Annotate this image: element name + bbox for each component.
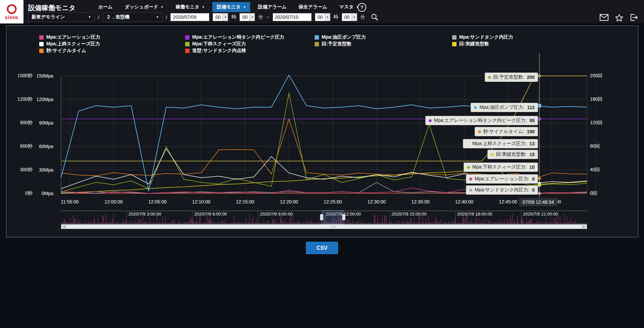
chevron-down-icon: ▼ [88, 15, 91, 19]
nav-item-dashboard[interactable]: ダッシュボード▼ [120, 2, 168, 12]
date-to-input[interactable] [273, 13, 312, 21]
navigator-time-label: 2020/7/9 15:00:00 [391, 212, 427, 217]
hour-to-value: 00 [318, 14, 323, 20]
y-axis-seconds-label: 900秒 [9, 120, 33, 126]
topbar: sinto 設備稼働モニタ ホームダッシュボード▼稼働モニタ▼設備モニタ▼設備ア… [0, 0, 644, 24]
tooltip-label: 回:実績造型数: [496, 151, 527, 157]
csv-button[interactable]: CSV [306, 242, 338, 254]
y-axis-mpa-label: 30Mpa [35, 167, 53, 173]
x-axis-tick-label: 12:25:00 [324, 199, 342, 204]
chart-tooltip: Mpa:エアレーション時タンク内ピーク圧力:95 [425, 116, 538, 125]
series-dot [478, 130, 481, 133]
nav-item-label: 稼働モニタ [176, 4, 200, 10]
range-separator: ~ [266, 14, 269, 20]
hour-from-select[interactable]: 00 ▼ [213, 13, 228, 21]
legend-item[interactable]: Mpa:エアレーション時タンク内ピーク圧力 [185, 35, 284, 40]
chart-tooltip: 秒:サイクルタイム:190 [475, 127, 538, 136]
tooltip-value: 190 [527, 129, 535, 134]
scroll-left-arrow[interactable]: ◄ [61, 225, 67, 229]
legend-swatch [315, 42, 319, 46]
sinto-logo-mark [6, 4, 17, 14]
nav-item-maintenance-alarm[interactable]: 保全アラーム [294, 2, 331, 12]
tooltip-label: 回:予定造型数: [493, 74, 524, 80]
nav-item-equipment-monitor[interactable]: 設備モニタ▼ [212, 2, 250, 12]
hour-label: 時 [334, 14, 338, 20]
tooltip-value: 112 [527, 105, 535, 110]
series-dot [474, 106, 477, 109]
legend-swatch [452, 35, 457, 40]
scroll-right-arrow[interactable]: ► [581, 225, 587, 229]
line-select[interactable]: 新東デモライン ▼ [28, 12, 95, 22]
page-title: 設備稼働モニタ [28, 3, 75, 12]
chevron-down-icon: ▼ [325, 13, 330, 21]
legend-swatch [452, 42, 457, 46]
nav-item-equipment-alarm[interactable]: 設備アラーム [254, 2, 291, 12]
legend-swatch [185, 42, 190, 46]
tooltip-value: 0 [532, 187, 535, 193]
legend-item[interactable]: Mpa:エアレーション圧力 [39, 35, 100, 40]
legend-label: 回:予定造型数 [322, 41, 352, 47]
selection-left-handle[interactable] [320, 214, 323, 221]
sinto-logo[interactable]: sinto [0, 0, 23, 24]
y-axis-seconds-label: 0秒 [9, 190, 33, 196]
hour-to-select[interactable]: 00 ▼ [315, 13, 330, 21]
legend-label: Mpa:下枠スクィーズ圧力 [192, 41, 246, 47]
navigator-selection[interactable] [321, 210, 344, 224]
search-button[interactable] [371, 13, 379, 21]
help-icon[interactable]: ? [358, 3, 366, 12]
series-dot [469, 189, 472, 192]
minute-from-select[interactable]: 00 ▼ [239, 13, 255, 21]
nav-item-home[interactable]: ホーム [94, 2, 117, 12]
minute-to-select[interactable]: 00 ▼ [342, 13, 357, 21]
legend-item[interactable]: 造型:サンドタンク内点検 [185, 48, 284, 53]
series-dot [488, 76, 491, 79]
machine-select[interactable]: ２．造型機 ▼ [103, 12, 162, 22]
nav-item-operation-monitor[interactable]: 稼働モニタ▼ [171, 2, 209, 12]
y-axis-count-label: 0回 [590, 190, 610, 196]
scrollbar-grip [331, 226, 336, 228]
date-from-input[interactable] [170, 13, 209, 21]
chevron-down-icon: ▼ [202, 6, 205, 9]
legend-item[interactable]: Mpa:油圧ポンプ圧力 [315, 35, 366, 40]
legend-item[interactable]: 秒:サイクルタイム [39, 48, 100, 53]
legend-label: Mpa:上枠スクィーズ圧力 [46, 41, 100, 47]
tooltip-value: 15 [529, 152, 535, 157]
y-axis-mpa-label: 60Mpa [35, 144, 53, 149]
minute-from-value: 00 [242, 14, 248, 20]
x-axis-tick-label: 11:55:00 [61, 199, 78, 204]
tooltip-label: Mpa:エアレーション時タンク内ピーク圧力: [434, 118, 527, 124]
y-axis-count-label: 120回 [590, 120, 610, 126]
navigator-scrollbar[interactable]: ◄ ► [61, 224, 587, 229]
y-axis-seconds-label: 1500秒 [9, 73, 33, 79]
scrollbar-thumb[interactable] [67, 225, 581, 229]
tooltip-label: Mpa:油圧ポンプ圧力: [479, 104, 524, 110]
chart-tooltip: 回:予定造型数:200 [485, 73, 538, 82]
legend-item[interactable]: 回:予定造型数 [315, 42, 366, 46]
tooltip-label: 秒:サイクルタイム: [483, 129, 524, 135]
navigator-time-label: 2020/7/9 21:00:00 [523, 212, 558, 217]
y-axis-mpa-label: 90Mpa [35, 120, 53, 126]
logout-button[interactable] [630, 13, 638, 21]
x-axis-tick-label: 12:20:00 [280, 199, 298, 204]
chart-tooltip: Mpa:上枠スクィーズ圧力:13 [463, 139, 538, 148]
tooltip-label: Mpa:上枠スクィーズ圧力: [472, 141, 527, 147]
legend-label: 秒:サイクルタイム [46, 48, 86, 54]
y-axis-seconds-label: 600秒 [9, 143, 33, 149]
legend-item[interactable]: Mpa:サンドタンク内圧力 [452, 35, 513, 40]
hour-from-value: 00 [215, 14, 221, 20]
chevron-down-icon: ▼ [352, 13, 357, 21]
mail-button[interactable] [600, 14, 608, 21]
chart-tooltip: Mpa:下枠スクィーズ圧力:10 [464, 162, 538, 172]
legend-label: 造型:サンドタンク内点検 [192, 48, 246, 54]
chart-tooltip: Mpa:サンドタンク内圧力:0 [466, 185, 538, 195]
legend-item[interactable]: Mpa:上枠スクィーズ圧力 [39, 42, 100, 46]
tooltip-value: 95 [529, 118, 535, 123]
help-glyph: ? [361, 5, 364, 10]
legend-swatch [39, 49, 44, 53]
nav-item-label: マスタ [339, 4, 354, 10]
selection-right-handle[interactable] [342, 214, 345, 221]
chart-tooltip: 回:実績造型数:15 [487, 150, 538, 159]
legend-item[interactable]: 回:実績造型数 [452, 42, 513, 46]
favorite-button[interactable] [615, 14, 623, 21]
legend-item[interactable]: Mpa:下枠スクィーズ圧力 [185, 42, 284, 46]
